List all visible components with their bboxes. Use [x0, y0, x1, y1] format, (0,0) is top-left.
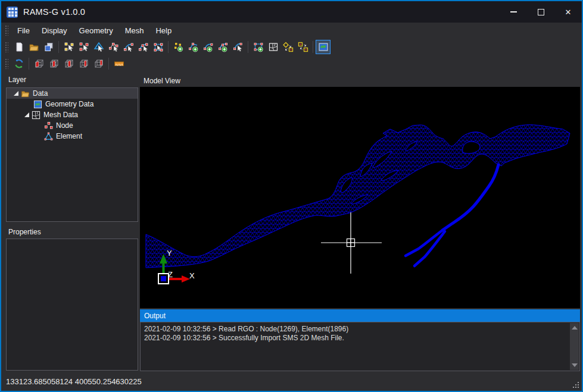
scroll-up-icon[interactable] — [572, 326, 578, 330]
scroll-down-icon[interactable] — [572, 363, 578, 367]
measure-button[interactable] — [111, 57, 126, 71]
view-right-icon — [79, 58, 89, 69]
view-right-button[interactable] — [76, 57, 91, 71]
expander-icon[interactable] — [14, 91, 19, 96]
menu-geometry[interactable]: Geometry — [73, 23, 119, 38]
tree-item-geometry-data[interactable]: Geometry Data — [7, 99, 138, 109]
window-title: RAMS-G v1.0.0 — [23, 7, 85, 17]
map-view-icon — [318, 42, 329, 52]
create-points-icon — [173, 42, 184, 52]
view-left-icon — [34, 58, 45, 69]
model-viewport[interactable]: Y Z X — [140, 87, 580, 308]
tree-item-label: Element — [56, 132, 82, 140]
output-panel-header[interactable]: Output — [140, 309, 580, 322]
create-polyline-icon — [188, 42, 199, 52]
minimize-button[interactable] — [500, 1, 527, 23]
z-axis-label: Z — [168, 270, 173, 279]
triangle-element-icon — [44, 132, 53, 141]
toolbar-separator — [29, 58, 29, 70]
tree-item-label: Node — [56, 121, 73, 130]
create-curve-button[interactable] — [216, 40, 230, 54]
menu-file[interactable]: File — [11, 23, 36, 38]
open-button[interactable] — [26, 40, 41, 54]
log-line: 2021-02-09 10:32:56 > Read RGO : Node(12… — [144, 325, 568, 334]
minimize-icon — [510, 11, 517, 12]
create-points-button[interactable] — [171, 40, 186, 54]
measure-ruler-icon — [114, 58, 124, 69]
close-button[interactable]: ✕ — [554, 1, 582, 23]
select-region-button[interactable] — [151, 40, 166, 54]
select-region-icon — [153, 42, 164, 52]
model-view-title: Model View — [144, 77, 180, 85]
select-polyline-button[interactable] — [106, 40, 121, 54]
view-left-button[interactable] — [32, 57, 46, 71]
save-icon — [43, 42, 54, 52]
edit-arc-button[interactable] — [230, 40, 245, 54]
select-curve-button[interactable] — [136, 40, 151, 54]
menu-help[interactable]: Help — [149, 23, 177, 38]
create-arc-icon — [203, 42, 214, 52]
toolbar-separator — [248, 41, 248, 53]
view-middle-icon — [64, 58, 74, 69]
tree-item-label: Geometry Data — [45, 100, 93, 108]
mesh-to-geometry-button[interactable] — [295, 40, 310, 54]
select-nodes-icon — [79, 42, 89, 52]
maximize-icon — [538, 9, 544, 15]
layer-panel-title: Layer — [8, 76, 26, 84]
resize-grip-icon[interactable] — [571, 380, 579, 388]
crosshair-cursor — [321, 212, 382, 274]
folder-open-icon — [21, 89, 30, 98]
create-arc-button[interactable] — [201, 40, 216, 54]
tree-item-data[interactable]: Data — [7, 88, 138, 99]
toolbar2-grip — [5, 58, 8, 69]
title-bar: RAMS-G v1.0.0 ✕ — [1, 1, 582, 23]
menu-mesh[interactable]: Mesh — [119, 23, 150, 38]
view-3d-button[interactable] — [11, 57, 26, 71]
toolbar-separator — [168, 41, 169, 53]
river-mesh — [146, 125, 570, 268]
tree-item-mesh-data[interactable]: Mesh Data — [7, 109, 138, 120]
select-polyline-icon — [108, 42, 119, 52]
status-bar: 133123.685058124 400550.254630225 — [1, 372, 582, 391]
toolbar1-grip — [5, 42, 8, 52]
mesh-to-geometry-icon — [298, 42, 308, 52]
select-arc-button[interactable] — [121, 40, 136, 54]
red-nodes-icon — [44, 121, 53, 130]
geometry-to-mesh-button[interactable] — [280, 40, 295, 54]
mesh-grid-icon — [32, 111, 40, 120]
layer-tree: Data Geometry Data Mesh Data Node Elemen… — [6, 87, 138, 222]
new-document-icon — [14, 42, 24, 52]
maximize-button[interactable] — [527, 1, 554, 23]
view-back-icon — [93, 58, 104, 69]
app-window: RAMS-G v1.0.0 ✕ File Display Geometry Me… — [0, 0, 583, 392]
select-element-button[interactable] — [91, 40, 106, 54]
new-document-button[interactable] — [11, 40, 26, 54]
menu-display[interactable]: Display — [36, 23, 73, 38]
view-front-button[interactable] — [46, 57, 61, 71]
select-nodes-button[interactable] — [76, 40, 91, 54]
expander-icon[interactable] — [24, 112, 30, 118]
output-panel-title: Output — [144, 312, 166, 320]
tree-item-element[interactable]: Element — [7, 131, 138, 142]
tree-item-label: Mesh Data — [43, 111, 78, 119]
view-back-button[interactable] — [91, 57, 106, 71]
create-region-button[interactable] — [251, 40, 266, 54]
select-curve-icon — [138, 42, 149, 52]
toolbar-separator — [313, 41, 313, 53]
x-axis-label: X — [189, 271, 195, 280]
tree-item-label: Data — [33, 89, 48, 98]
menu-bar: File Display Geometry Mesh Help — [1, 23, 582, 38]
create-polyline-button[interactable] — [186, 40, 201, 54]
mesh-button[interactable] — [266, 40, 280, 54]
output-log: 2021-02-09 10:32:56 > Read RGO : Node(12… — [140, 322, 580, 371]
save-button[interactable] — [41, 40, 56, 54]
output-scrollbar[interactable] — [570, 323, 579, 370]
app-icon — [7, 7, 18, 18]
cursor-coordinates: 133123.685058124 400550.254630225 — [6, 377, 142, 386]
geometry-to-mesh-icon — [283, 42, 294, 52]
view-middle-button[interactable] — [61, 57, 76, 71]
window-controls: ✕ — [500, 1, 582, 23]
tree-item-node[interactable]: Node — [7, 120, 138, 131]
select-points-button[interactable] — [61, 40, 76, 54]
map-view-button[interactable] — [316, 40, 331, 54]
